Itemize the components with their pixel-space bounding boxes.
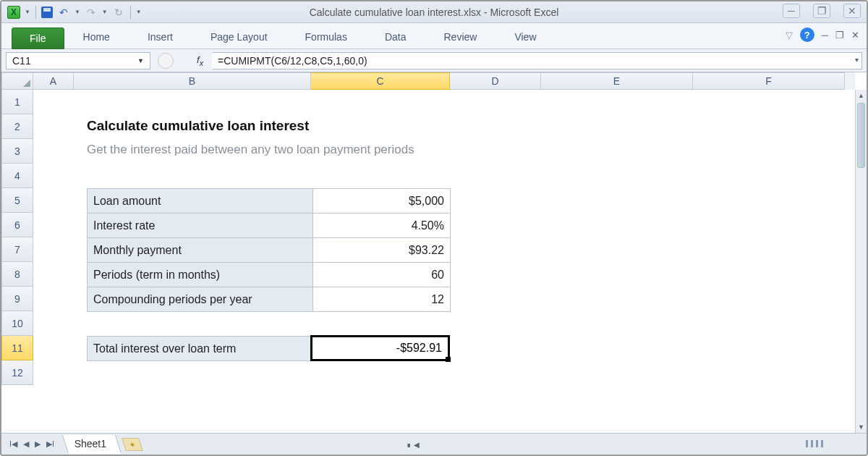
sheet-nav: I◀ ◀ ▶ ▶I (1, 438, 62, 450)
row-header[interactable]: 11 (1, 336, 33, 360)
qat-customize-icon[interactable]: ▼ (136, 9, 142, 15)
tab-page-layout[interactable]: Page Layout (192, 25, 286, 48)
sheet-nav-last-icon[interactable]: ▶I (44, 438, 56, 450)
table-row: Monthly payment $93.22 (88, 238, 451, 263)
table-row: Compounding periods per year 12 (88, 287, 451, 312)
cancel-icon[interactable] (158, 53, 174, 69)
row-header[interactable]: 6 (1, 213, 33, 237)
row-header[interactable]: 9 (1, 287, 33, 311)
scroll-up-icon[interactable]: ▲ (856, 90, 867, 101)
cell-value[interactable]: 60 (313, 263, 451, 287)
cell-label[interactable]: Loan amount (88, 189, 313, 214)
cell-value[interactable]: 4.50% (313, 214, 451, 238)
close-button[interactable]: ✕ (843, 4, 861, 18)
row-header[interactable]: 5 (1, 188, 33, 213)
scroll-down-icon[interactable]: ▼ (856, 421, 867, 433)
undo-icon[interactable] (57, 6, 70, 19)
restore-button[interactable]: ❐ (813, 4, 830, 18)
row-header[interactable]: 3 (1, 139, 33, 164)
sheet-nav-first-icon[interactable]: I◀ (7, 438, 20, 450)
formula-bar: C11 ▼ fx =CUMIPMT(C6/12,C8,C5,1,60,0) (1, 49, 867, 72)
spreadsheet-grid[interactable]: A B C D E F 1 2 3 4 5 6 7 8 9 10 11 12 C… (1, 72, 867, 433)
tab-view[interactable]: View (495, 25, 555, 48)
fx-icon[interactable]: fx (197, 54, 203, 67)
ribbon-minimize-icon[interactable]: ▽ (786, 30, 793, 41)
cell-value[interactable]: 12 (313, 287, 451, 312)
quick-access-toolbar: ▼ ▼ ▼ ▼ (1, 6, 142, 19)
excel-logo-icon[interactable] (7, 6, 20, 19)
cell-label[interactable]: Interest rate (88, 214, 313, 238)
cell-label[interactable]: Periods (term in months) (88, 263, 313, 287)
column-header[interactable]: A (33, 72, 74, 90)
title-bar: ▼ ▼ ▼ ▼ Calculate cumulative loan intere… (1, 1, 867, 23)
table-row: Periods (term in months) 60 (88, 263, 451, 287)
redo-icon[interactable] (85, 6, 98, 19)
column-headers: A B C D E F (1, 72, 855, 90)
sheet-tab-label: Sheet1 (75, 438, 106, 449)
undo-dropdown-icon[interactable]: ▼ (75, 9, 80, 15)
save-icon[interactable] (41, 7, 53, 18)
row-headers: 1 2 3 4 5 6 7 8 9 10 11 12 (1, 90, 33, 385)
input-table: Loan amount $5,000 Interest rate 4.50% M… (87, 188, 451, 312)
row-header[interactable]: 10 (1, 311, 33, 336)
ribbon-right-controls: ▽ ? ─ ❐ ✕ (786, 28, 859, 42)
cell-result-label[interactable]: Total interest over loan term (88, 337, 313, 361)
name-box[interactable]: C11 ▼ (6, 52, 150, 69)
row-header[interactable]: 2 (1, 114, 33, 139)
qat-separator (130, 6, 131, 19)
formula-input[interactable]: =CUMIPMT(C6/12,C8,C5,1,60,0) (212, 52, 862, 69)
cells-area[interactable]: Calculate cumulative loan interest Get t… (33, 90, 855, 433)
repeat-icon[interactable] (112, 6, 125, 19)
cell-label[interactable]: Compounding periods per year (88, 287, 313, 312)
name-box-value: C11 (12, 55, 31, 67)
column-header[interactable]: F (693, 72, 845, 90)
ribbon: File Home Insert Page Layout Formulas Da… (1, 23, 867, 49)
cell-b2-title: Calculate cumulative loan interest (87, 118, 309, 134)
cell-b3-subtitle: Get the interest paid between any two lo… (87, 143, 414, 157)
table-row: Loan amount $5,000 (88, 189, 451, 214)
sheet-nav-prev-icon[interactable]: ◀ (21, 438, 31, 450)
minimize-button[interactable]: ─ (783, 4, 800, 18)
row-header[interactable]: 12 (1, 360, 33, 385)
row-header[interactable]: 1 (1, 90, 33, 114)
name-box-dropdown-icon[interactable]: ▼ (137, 57, 144, 64)
workbook-close-icon[interactable]: ✕ (851, 30, 859, 41)
row-header[interactable]: 4 (1, 164, 33, 188)
help-icon[interactable]: ? (800, 28, 814, 42)
tab-insert[interactable]: Insert (129, 25, 192, 48)
formula-text: =CUMIPMT(C6/12,C8,C5,1,60,0) (218, 55, 367, 67)
tab-home[interactable]: Home (64, 25, 129, 48)
view-shortcuts[interactable] (806, 440, 823, 447)
sheet-tab-bar: I◀ ◀ ▶ ▶I Sheet1 ✶ ∎◀ (1, 433, 867, 455)
cell-label[interactable]: Monthly payment (88, 238, 313, 263)
vertical-scrollbar[interactable]: ▲ ▼ (855, 90, 867, 433)
scroll-thumb[interactable] (857, 103, 865, 168)
tab-review[interactable]: Review (425, 25, 496, 48)
tab-formulas[interactable]: Formulas (286, 25, 366, 48)
sheet-tab-active[interactable]: Sheet1 (62, 435, 122, 454)
selected-cell-c11[interactable]: -$592.91 (310, 335, 450, 361)
column-header[interactable]: C (311, 72, 450, 90)
logo-dropdown-icon[interactable]: ▼ (25, 9, 30, 15)
result-row: Total interest over loan term (87, 336, 313, 361)
workbook-minimize-icon[interactable]: ─ (822, 30, 828, 41)
sheet-nav-next-icon[interactable]: ▶ (33, 438, 43, 450)
redo-dropdown-icon[interactable]: ▼ (102, 9, 108, 15)
tab-data[interactable]: Data (366, 25, 425, 48)
hscroll-splitter[interactable]: ∎◀ (407, 441, 420, 449)
new-sheet-icon[interactable]: ✶ (122, 438, 143, 451)
file-tab[interactable]: File (12, 28, 64, 49)
workbook-restore-icon[interactable]: ❐ (835, 30, 844, 41)
window-controls: ─ ❐ ✕ (783, 4, 861, 18)
qat-separator (35, 6, 36, 19)
row-header[interactable]: 7 (1, 237, 33, 262)
cell-result-value: -$592.91 (396, 342, 442, 355)
column-header[interactable]: D (450, 72, 541, 90)
column-header[interactable]: E (541, 72, 693, 90)
select-all-corner[interactable] (1, 72, 33, 90)
row-header[interactable]: 8 (1, 262, 33, 287)
cell-value[interactable]: $93.22 (313, 238, 451, 263)
cell-value[interactable]: $5,000 (313, 189, 451, 214)
column-header[interactable]: B (74, 72, 311, 90)
table-row: Interest rate 4.50% (88, 214, 451, 238)
